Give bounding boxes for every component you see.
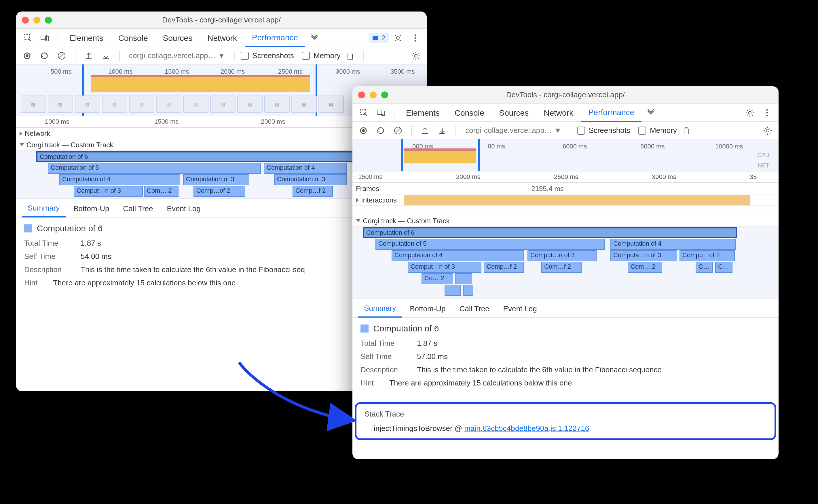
reload-icon[interactable]: [37, 48, 52, 63]
issues-badge[interactable]: 2: [369, 33, 389, 43]
detail-tab-summary[interactable]: Summary: [358, 299, 402, 318]
corgi-track-header[interactable]: Corgi track — Custom Track: [352, 215, 779, 227]
screenshot-thumb[interactable]: ▧: [319, 96, 344, 113]
flame-computation-3t[interactable]: Comput…n of 3: [408, 262, 481, 273]
flame-computation-3t[interactable]: Comput…n of 3: [527, 250, 596, 261]
flame-computation-t[interactable]: C…: [696, 262, 713, 273]
settings-gear-icon[interactable]: [760, 123, 775, 138]
detail-tab-calltree[interactable]: Call Tree: [454, 299, 495, 318]
flame-small[interactable]: [463, 285, 473, 296]
flame-computation-2t[interactable]: Com… 2: [628, 262, 662, 273]
flame-small[interactable]: [455, 273, 472, 284]
tab-console[interactable]: Console: [448, 103, 491, 122]
screenshot-thumb[interactable]: ▧: [291, 96, 317, 113]
tab-console[interactable]: Console: [111, 28, 155, 47]
flame-computation-5[interactable]: Computation of 5: [48, 163, 261, 174]
upload-icon[interactable]: [417, 123, 432, 138]
minimize-button[interactable]: [33, 16, 40, 23]
screenshot-thumb[interactable]: ▧: [264, 96, 290, 113]
inspect-icon[interactable]: [20, 30, 36, 46]
tab-performance[interactable]: Performance: [581, 104, 641, 122]
overview-flame[interactable]: [404, 151, 476, 163]
detail-tab-summary[interactable]: Summary: [22, 199, 65, 217]
screenshot-thumb[interactable]: ▧: [237, 96, 263, 113]
detail-tab-bottomup[interactable]: Bottom-Up: [404, 299, 451, 318]
tab-sources[interactable]: Sources: [156, 28, 199, 47]
download-icon[interactable]: [435, 123, 450, 138]
record-icon[interactable]: [20, 48, 35, 63]
device-toggle-icon[interactable]: [37, 30, 53, 46]
collect-garbage-icon[interactable]: [343, 48, 358, 63]
detail-tab-calltree[interactable]: Call Tree: [117, 199, 159, 217]
minimize-button[interactable]: [370, 91, 377, 98]
detail-tab-eventlog[interactable]: Event Log: [497, 299, 543, 318]
device-toggle-icon[interactable]: [373, 104, 389, 121]
tab-network[interactable]: Network: [537, 103, 580, 122]
flame-small[interactable]: [445, 285, 461, 296]
tab-performance[interactable]: Performance: [245, 29, 305, 47]
recording-select[interactable]: corgi-collage.vercel.app… ▼: [125, 50, 229, 61]
clear-icon[interactable]: [390, 123, 405, 138]
flame-computation-2t[interactable]: Co… 2: [422, 273, 453, 284]
screenshot-thumb[interactable]: ▧: [129, 96, 154, 113]
screenshot-thumb[interactable]: ▧: [183, 96, 209, 113]
recording-select[interactable]: corgi-collage.vercel.app… ▼: [462, 125, 565, 136]
memory-checkbox[interactable]: [302, 51, 310, 60]
more-tabs-icon[interactable]: [306, 30, 322, 46]
gear-icon[interactable]: [742, 104, 758, 121]
flame-computation-2t[interactable]: Com… 2: [144, 186, 178, 197]
close-button[interactable]: [358, 91, 365, 98]
flame-computation-5[interactable]: Computation of 5: [375, 239, 604, 250]
screenshot-thumb[interactable]: ▧: [210, 96, 236, 113]
flame-computation-4[interactable]: Computation of 4: [610, 239, 736, 250]
gear-icon[interactable]: [390, 30, 406, 46]
tab-elements[interactable]: Elements: [399, 103, 447, 122]
inspect-icon[interactable]: [356, 104, 372, 121]
kebab-menu-icon[interactable]: [407, 30, 423, 46]
screenshots-checkbox[interactable]: [241, 51, 249, 60]
flame-computation-2t[interactable]: Comp…of 2: [193, 186, 245, 197]
overview-range-start[interactable]: [401, 139, 403, 171]
interactions-bar[interactable]: [404, 195, 750, 205]
tab-network[interactable]: Network: [200, 28, 244, 47]
flame-computation-3[interactable]: Computation of 3: [274, 174, 347, 185]
overview-flame[interactable]: [91, 77, 310, 92]
flame-computation-2t[interactable]: Comp…f 2: [484, 262, 524, 273]
flame-computation-t[interactable]: C…: [715, 262, 733, 273]
clear-icon[interactable]: [54, 48, 69, 63]
detail-tab-eventlog[interactable]: Event Log: [161, 199, 207, 217]
frames-track-header[interactable]: Frames 2155.4 ms: [352, 183, 779, 194]
flame-computation-3t[interactable]: Computa…n of 3: [610, 250, 677, 261]
screenshot-thumb[interactable]: ▧: [21, 96, 46, 113]
record-icon[interactable]: [356, 123, 371, 138]
flame-computation-4[interactable]: Computation of 4: [59, 174, 180, 185]
settings-gear-icon[interactable]: [408, 48, 423, 63]
more-tabs-icon[interactable]: [643, 104, 659, 121]
flame-computation-6[interactable]: Computation of 6: [363, 227, 737, 238]
screenshot-thumb[interactable]: ▧: [48, 96, 73, 113]
kebab-menu-icon[interactable]: [759, 104, 775, 121]
screenshot-thumb[interactable]: ▧: [156, 96, 181, 113]
overview-range-end[interactable]: [478, 139, 480, 171]
screenshot-thumb[interactable]: ▧: [75, 96, 100, 113]
download-icon[interactable]: [98, 48, 113, 63]
collect-garbage-icon[interactable]: [679, 123, 694, 138]
flame-computation-4[interactable]: Computation of 4: [392, 250, 524, 261]
memory-checkbox[interactable]: [638, 126, 647, 134]
reload-icon[interactable]: [373, 123, 388, 138]
flame-computation-3t[interactable]: Comput…n of 3: [74, 186, 143, 197]
upload-icon[interactable]: [81, 48, 96, 63]
tab-elements[interactable]: Elements: [63, 28, 110, 47]
close-button[interactable]: [22, 16, 29, 23]
flame-computation-2t[interactable]: Com…f 2: [541, 262, 581, 273]
tab-sources[interactable]: Sources: [492, 103, 535, 122]
flame-computation-4[interactable]: Computation of 4: [264, 163, 347, 174]
flame-computation-2t[interactable]: Compu…of 2: [680, 250, 735, 261]
screenshot-thumb[interactable]: ▧: [102, 96, 127, 113]
screenshots-checkbox[interactable]: [577, 126, 585, 134]
flame-computation-2t[interactable]: Comp…f 2: [293, 186, 333, 197]
zoom-button[interactable]: [45, 16, 52, 23]
interactions-track-header[interactable]: Interactions: [352, 194, 779, 206]
stack-source-link[interactable]: main.63cb5c4bde8be90a.js:1:122716: [464, 424, 589, 433]
zoom-button[interactable]: [381, 91, 388, 98]
